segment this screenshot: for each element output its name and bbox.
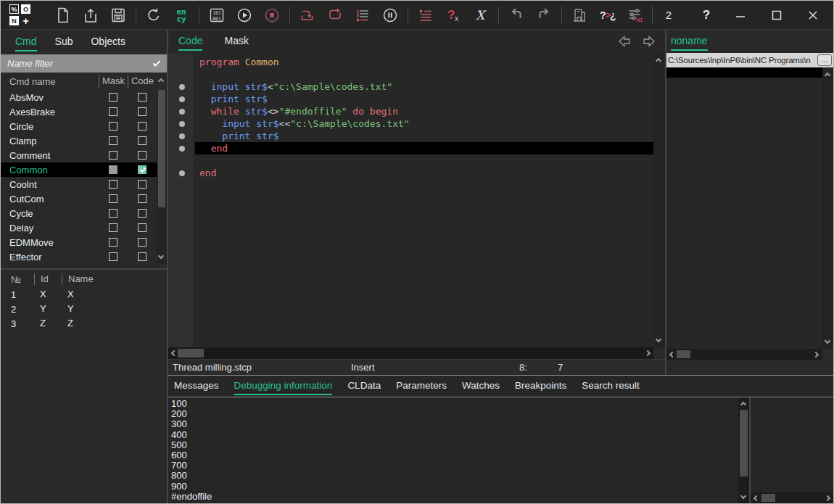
cmd-row-cycle[interactable]: Cycle: [1, 206, 157, 220]
close-button[interactable]: [803, 3, 823, 28]
nc-program-path[interactable]: C:\Sources\Inp\InP6\bin\NC Programs\n: [666, 56, 817, 65]
mask-checkbox[interactable]: [109, 165, 117, 174]
clear-button[interactable]: X: [467, 3, 495, 28]
cmd-scroll-down[interactable]: [158, 253, 164, 259]
breakpoint-gutter-cell[interactable]: [168, 117, 195, 130]
scrollbar-thumb[interactable]: [740, 410, 748, 476]
scroll-up-arrow[interactable]: [656, 58, 661, 64]
mask-checkbox[interactable]: [109, 107, 117, 116]
tab-sub[interactable]: Sub: [55, 33, 73, 51]
tab-noname[interactable]: noname: [671, 33, 708, 51]
selected-output-line[interactable]: [666, 67, 822, 78]
code-line[interactable]: while str$<>"#endoffile" do begin: [168, 105, 653, 117]
scroll-down-arrow[interactable]: [740, 493, 746, 499]
code-checkbox[interactable]: [138, 209, 146, 218]
nc-vertical-scrollbar[interactable]: [822, 67, 833, 349]
scrollbar-thumb[interactable]: [178, 349, 204, 358]
nc-settings-button[interactable]: N1: [621, 3, 648, 28]
nc-horizontal-scrollbar[interactable]: [666, 349, 822, 360]
cmd-row-comment[interactable]: Comment: [1, 148, 157, 162]
code-line[interactable]: end: [168, 167, 653, 179]
browse-path-button[interactable]: ...: [817, 54, 832, 66]
tab-search-result[interactable]: Search result: [582, 378, 640, 395]
code-checkbox[interactable]: [138, 136, 146, 145]
cmd-row-cutcom[interactable]: CutCom: [1, 191, 157, 206]
code-checkbox[interactable]: [138, 223, 146, 232]
breakpoint-list-button[interactable]: [412, 3, 439, 28]
breakpoint-gutter-cell[interactable]: [168, 68, 195, 80]
column-header-mask[interactable]: Mask: [99, 75, 128, 88]
mask-checkbox[interactable]: [109, 209, 117, 218]
breakpoint-gutter-cell[interactable]: [168, 142, 195, 154]
scroll-right-arrow[interactable]: [645, 350, 651, 356]
new-file-button[interactable]: [49, 3, 77, 28]
navigate-back-icon[interactable]: [617, 35, 632, 48]
generate-nc-button[interactable]: 101 001: [203, 3, 231, 28]
nc-program-output[interactable]: [666, 67, 822, 349]
code-line[interactable]: input str$<<"c:\Sample\codes.txt": [168, 117, 653, 130]
navigate-forward-icon[interactable]: [642, 35, 656, 48]
restart-button[interactable]: [140, 3, 168, 28]
tab-code[interactable]: Code: [178, 33, 202, 51]
scroll-up-arrow[interactable]: [824, 73, 830, 78]
mask-checkbox[interactable]: [109, 252, 117, 261]
tab-cmd[interactable]: Cmd: [15, 33, 37, 51]
breakpoint-gutter-cell[interactable]: [168, 105, 195, 117]
code-line[interactable]: print str$: [168, 93, 653, 105]
scroll-left-arrow[interactable]: [669, 351, 675, 357]
scroll-down-arrow[interactable]: [656, 336, 661, 342]
open-file-button[interactable]: [77, 3, 104, 28]
cmd-row-axesbrake[interactable]: AxesBrake: [1, 104, 157, 119]
help-button[interactable]: ?: [693, 3, 720, 28]
code-line[interactable]: input str$<"c:\Sample\codes.txt": [168, 80, 653, 93]
editor-horizontal-scrollbar[interactable]: [168, 347, 653, 359]
code-checkbox[interactable]: [138, 194, 146, 203]
tab-parameters[interactable]: Parameters: [396, 378, 447, 395]
cmd-row-circle[interactable]: Circle: [1, 119, 157, 133]
scroll-down-arrow[interactable]: [824, 338, 830, 344]
step-into-button[interactable]: [294, 3, 321, 28]
mask-checkbox[interactable]: [109, 93, 117, 102]
mask-checkbox[interactable]: [109, 180, 117, 189]
code-line[interactable]: print str$: [168, 130, 653, 142]
cmd-row-common[interactable]: Common: [1, 162, 157, 177]
axis-row[interactable]: 3ZZ: [1, 316, 167, 331]
cmd-row-effector[interactable]: Effector: [1, 249, 157, 264]
mask-checkbox[interactable]: [109, 238, 117, 247]
debug-vertical-scrollbar[interactable]: [738, 397, 749, 503]
cmd-row-clamp[interactable]: Clamp: [1, 133, 157, 148]
code-checkbox[interactable]: [138, 93, 146, 102]
tab-watches[interactable]: Watches: [462, 378, 500, 395]
axis-row[interactable]: 2YY: [1, 302, 167, 316]
evaluate-expression-button[interactable]: ? x: [439, 3, 467, 28]
mask-checkbox[interactable]: [109, 136, 117, 145]
scroll-right-arrow[interactable]: [825, 495, 830, 500]
breakpoint-gutter-cell[interactable]: [168, 130, 195, 142]
code-checkbox[interactable]: [138, 252, 146, 261]
tab-debugging-information[interactable]: Debugging information: [234, 378, 333, 395]
cmd-row-edmmove[interactable]: EDMMove: [1, 235, 157, 249]
code-line[interactable]: end: [168, 142, 653, 154]
cmd-row-absmov[interactable]: AbsMov: [1, 90, 157, 104]
cmd-scroll-up[interactable]: [157, 73, 167, 90]
save-button[interactable]: [104, 3, 132, 28]
code-checkbox[interactable]: [138, 107, 146, 116]
breakpoint-gutter-cell[interactable]: [168, 93, 195, 105]
syntax-check-button[interactable]: ? > ¿: [593, 3, 621, 28]
column-header-cmd-name[interactable]: Cmd name: [1, 76, 99, 87]
scroll-up-arrow[interactable]: [740, 402, 746, 408]
cmd-row-coolnt[interactable]: Coolnt: [1, 177, 157, 191]
run-loop-button[interactable]: [321, 3, 349, 28]
breakpoint-gutter-cell[interactable]: [168, 167, 195, 179]
apply-filter-check-icon[interactable]: [153, 59, 161, 67]
machine-button[interactable]: [566, 3, 593, 28]
mask-checkbox[interactable]: [109, 122, 117, 131]
name-filter-input[interactable]: Name filter: [7, 58, 153, 69]
breakpoint-gutter-cell[interactable]: [168, 80, 195, 93]
scroll-right-arrow[interactable]: [813, 351, 819, 357]
code-checkbox[interactable]: [138, 151, 146, 160]
axis-row[interactable]: 1XX: [1, 287, 167, 302]
code-editor[interactable]: program Common input str$<"c:\Sample\cod…: [168, 53, 653, 347]
tab-mask[interactable]: Mask: [224, 33, 248, 51]
name-filter-bar[interactable]: Name filter: [1, 54, 167, 73]
